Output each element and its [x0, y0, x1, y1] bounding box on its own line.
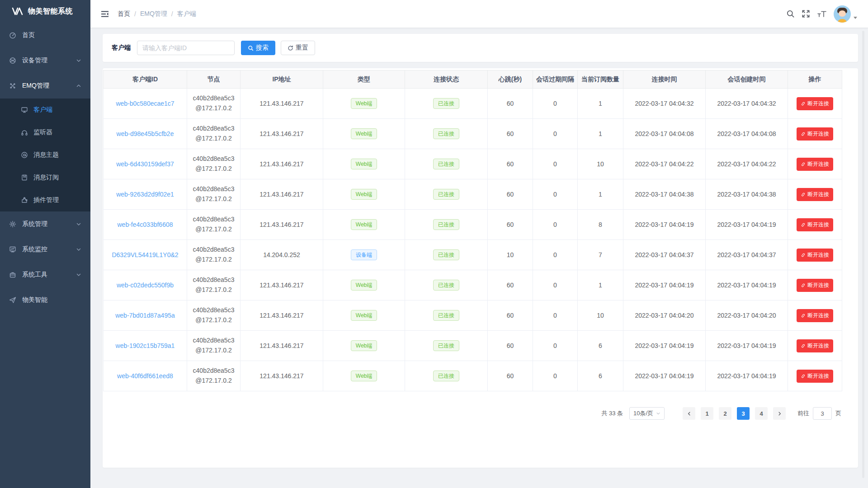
client-id-link[interactable]: web-40f6df661eed8 [117, 372, 173, 380]
disconnect-button[interactable]: 断开连接 [797, 218, 833, 231]
sidebar-item-subscriptions[interactable]: 消息订阅 [0, 166, 90, 189]
subscriptions-cell: 7 [578, 240, 623, 270]
table-row: web-b0c580ecae1c7 c40b2d8ea5c3 @172.17.0… [104, 89, 842, 119]
breadcrumb-home[interactable]: 首页 [118, 10, 130, 18]
type-badge: Web端 [351, 189, 377, 200]
disconnect-button[interactable]: 断开连接 [797, 279, 833, 292]
type-badge: Web端 [351, 310, 377, 321]
chevron-left-icon [687, 411, 692, 416]
client-id-link[interactable]: web-d98e45b5cfb2e [117, 130, 174, 137]
client-id-link[interactable]: web-9263d2d9f02e1 [116, 191, 174, 198]
client-id-link[interactable]: web-fe4c033bf6608 [118, 221, 173, 228]
client-id-link[interactable]: web-1902c15b759a1 [116, 342, 175, 349]
page-size-select[interactable]: 10条/页 [629, 407, 665, 420]
at-circle-icon [21, 151, 28, 159]
node-name: c40b2d8ea5c3 [187, 366, 240, 376]
col-heartbeat: 心跳(秒) [488, 70, 533, 89]
monitor-chart-icon [9, 246, 16, 253]
goto-page-input[interactable] [813, 407, 832, 420]
col-status: 连接状态 [405, 70, 488, 89]
heartbeat-cell: 60 [488, 300, 533, 331]
sidebar-item-devices[interactable]: 设备管理 [0, 48, 90, 73]
breadcrumb-current: 客户端 [177, 10, 196, 18]
sidebar-item-topics[interactable]: 消息主题 [0, 144, 90, 166]
sidebar-item-label: 首页 [22, 31, 35, 39]
node-address: @172.17.0.2 [187, 225, 240, 235]
table-row: web-c02dedc550f9b c40b2d8ea5c3 @172.17.0… [104, 270, 842, 300]
search-button[interactable]: 搜索 [241, 41, 275, 55]
node-name: c40b2d8ea5c3 [187, 94, 240, 103]
ip-cell: 121.43.146.217 [241, 331, 323, 361]
disconnect-button[interactable]: 断开连接 [797, 339, 833, 352]
table-row: web-1902c15b759a1 c40b2d8ea5c3 @172.17.0… [104, 331, 842, 361]
unlink-icon [801, 222, 806, 227]
session-time-cell: 2022-03-17 04:04:37 [706, 240, 788, 270]
heartbeat-cell: 60 [488, 89, 533, 119]
heartbeat-cell: 60 [488, 270, 533, 300]
page-button-4[interactable]: 4 [755, 407, 768, 420]
chevron-down-icon [76, 58, 81, 63]
sidebar-item-home[interactable]: 首页 [0, 23, 90, 48]
sidebar-item-listeners[interactable]: 监听器 [0, 121, 90, 144]
sidebar-item-system-admin[interactable]: 系统管理 [0, 211, 90, 237]
sidebar-item-label: 消息订阅 [33, 174, 59, 182]
disconnect-button[interactable]: 断开连接 [797, 97, 833, 110]
node-name: c40b2d8ea5c3 [187, 336, 240, 346]
status-badge: 已连接 [433, 98, 459, 109]
disconnect-button[interactable]: 断开连接 [797, 158, 833, 171]
logo-mark-icon [12, 7, 24, 15]
sidebar-item-wumei[interactable]: 物美智能 [0, 287, 90, 313]
next-page-button[interactable] [773, 407, 786, 420]
page-button-1[interactable]: 1 [701, 407, 713, 420]
disconnect-button[interactable]: 断开连接 [797, 188, 833, 201]
client-id-link[interactable]: web-c02dedc550f9b [117, 282, 174, 289]
node-address: @172.17.0.2 [187, 285, 240, 295]
node-address: @172.17.0.2 [187, 376, 240, 386]
sidebar-item-clients[interactable]: 客户端 [0, 99, 90, 121]
sidebar-collapse-button[interactable] [100, 9, 109, 19]
sidebar-item-label: 监听器 [33, 128, 52, 136]
select-caret-icon [656, 411, 660, 416]
connect-time-cell: 2022-03-17 04:04:19 [623, 331, 706, 361]
session-time-cell: 2022-03-17 04:04:19 [706, 331, 788, 361]
node-name: c40b2d8ea5c3 [187, 215, 240, 225]
scrollbar[interactable] [862, 31, 864, 478]
disconnect-button[interactable]: 断开连接 [797, 127, 833, 141]
disconnect-button[interactable]: 断开连接 [797, 249, 833, 262]
type-badge: Web端 [351, 371, 377, 381]
sidebar-item-system-tools[interactable]: 系统工具 [0, 262, 90, 287]
status-badge: 已连接 [433, 310, 459, 321]
sidebar-item-label: 系统监控 [22, 245, 47, 253]
user-menu[interactable] [834, 5, 857, 23]
client-id-link[interactable]: web-b0c580ecae1c7 [116, 100, 174, 107]
client-id-input[interactable] [137, 41, 235, 55]
sidebar-item-plugins[interactable]: 插件管理 [0, 189, 90, 211]
unlink-icon [801, 283, 806, 288]
disconnect-button[interactable]: 断开连接 [797, 309, 833, 322]
node-address: @172.17.0.2 [187, 164, 240, 174]
fullscreen-icon[interactable] [802, 9, 810, 18]
disconnect-button[interactable]: 断开连接 [797, 370, 833, 383]
connect-time-cell: 2022-03-17 04:04:38 [623, 179, 706, 210]
header-search-icon[interactable] [786, 9, 795, 18]
font-size-icon[interactable] [817, 10, 827, 18]
page-button-3[interactable]: 3 [737, 407, 750, 420]
session-time-cell: 2022-03-17 04:04:19 [706, 361, 788, 391]
client-id-link[interactable]: web-6d430159def37 [116, 160, 174, 168]
status-badge: 已连接 [433, 159, 459, 169]
prev-page-button[interactable] [683, 407, 695, 420]
chevron-down-icon [76, 221, 81, 227]
status-badge: 已连接 [433, 189, 459, 200]
main-area: 首页 / EMQ管理 / 客户端 [90, 0, 868, 488]
sidebar-item-emq[interactable]: EMQ管理 [0, 73, 90, 99]
refresh-icon [288, 45, 293, 51]
page-button-2[interactable]: 2 [719, 407, 731, 420]
type-badge: Web端 [351, 98, 377, 109]
client-id-link[interactable]: D6329VL54419L1Y0&2 [112, 251, 178, 258]
client-id-link[interactable]: web-7bd01d87a495a [115, 312, 175, 319]
reset-button[interactable]: 重置 [281, 41, 315, 55]
emq-submenu: 客户端 监听器 消息主题 消息订阅 插件管理 [0, 99, 90, 211]
sidebar-item-system-monitor[interactable]: 系统监控 [0, 237, 90, 262]
connect-time-cell: 2022-03-17 04:04:08 [623, 119, 706, 149]
paper-plane-icon [9, 296, 16, 304]
